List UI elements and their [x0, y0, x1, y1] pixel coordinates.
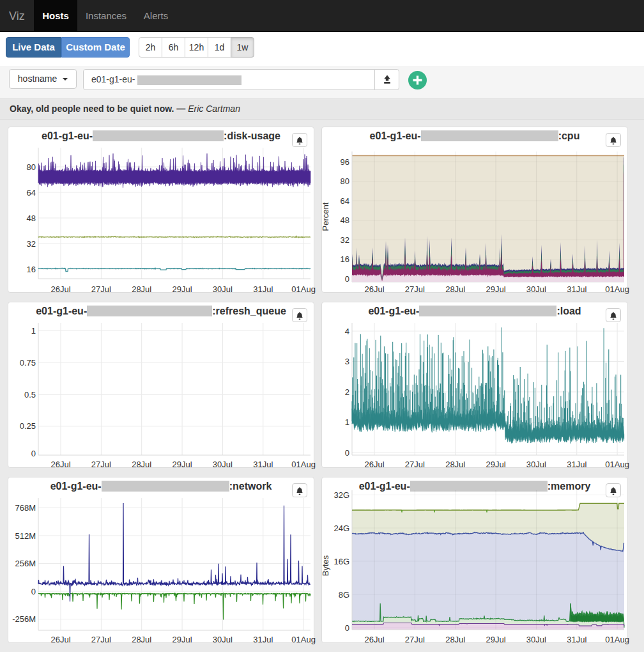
svg-text:30Jul: 30Jul — [526, 635, 546, 644]
svg-text:64: 64 — [27, 188, 36, 198]
svg-text:30Jul: 30Jul — [526, 460, 546, 469]
svg-text:0: 0 — [31, 587, 36, 596]
svg-text:01Aug: 01Aug — [605, 635, 629, 644]
svg-text:27Jul: 27Jul — [91, 460, 111, 469]
svg-text:0.75: 0.75 — [20, 358, 36, 368]
svg-text:29Jul: 29Jul — [172, 284, 192, 294]
svg-text:01Aug: 01Aug — [605, 460, 629, 469]
svg-text:30Jul: 30Jul — [213, 635, 233, 644]
svg-text:0: 0 — [345, 274, 349, 284]
svg-text:26Jul: 26Jul — [50, 635, 70, 644]
svg-text:16G: 16G — [334, 557, 349, 566]
svg-text:01Aug: 01Aug — [291, 284, 316, 294]
svg-text:28Jul: 28Jul — [132, 635, 151, 644]
svg-text:64: 64 — [341, 196, 349, 206]
svg-text:3: 3 — [345, 357, 349, 366]
svg-text:0.5: 0.5 — [24, 390, 36, 400]
svg-text:24G: 24G — [334, 524, 349, 533]
svg-text:26Jul: 26Jul — [364, 635, 384, 644]
svg-text:256M: 256M — [15, 559, 36, 568]
svg-text:0.25: 0.25 — [20, 421, 36, 431]
svg-text:26Jul: 26Jul — [364, 284, 384, 294]
svg-text:29Jul: 29Jul — [486, 284, 506, 294]
svg-text:28Jul: 28Jul — [445, 460, 465, 469]
svg-text:29Jul: 29Jul — [172, 460, 192, 469]
svg-text:27Jul: 27Jul — [405, 460, 425, 469]
svg-text:01Aug: 01Aug — [291, 460, 316, 469]
svg-text:29Jul: 29Jul — [172, 635, 192, 644]
svg-text:27Jul: 27Jul — [91, 284, 111, 294]
svg-text:27Jul: 27Jul — [91, 635, 111, 644]
svg-text:1: 1 — [345, 417, 349, 427]
svg-text:48: 48 — [341, 215, 349, 225]
svg-text:80: 80 — [341, 176, 349, 186]
svg-text:30Jul: 30Jul — [213, 460, 233, 469]
svg-text:31Jul: 31Jul — [567, 635, 586, 644]
svg-text:-256M: -256M — [12, 614, 36, 624]
svg-text:28Jul: 28Jul — [132, 284, 151, 294]
svg-text:31Jul: 31Jul — [253, 635, 273, 644]
svg-text:31Jul: 31Jul — [567, 460, 586, 469]
svg-text:28Jul: 28Jul — [445, 635, 465, 644]
svg-text:0: 0 — [345, 623, 349, 633]
svg-text:32: 32 — [27, 239, 36, 249]
svg-text:01Aug: 01Aug — [291, 635, 316, 644]
svg-text:0: 0 — [345, 448, 349, 458]
svg-text:16: 16 — [27, 265, 36, 274]
svg-text:512M: 512M — [15, 531, 36, 541]
svg-text:27Jul: 27Jul — [405, 284, 425, 294]
svg-text:Bytes: Bytes — [321, 555, 330, 576]
svg-text:30Jul: 30Jul — [213, 284, 233, 294]
svg-text:28Jul: 28Jul — [132, 460, 151, 469]
svg-text:2: 2 — [345, 387, 349, 397]
svg-text:26Jul: 26Jul — [50, 284, 70, 294]
svg-text:31Jul: 31Jul — [253, 284, 273, 294]
svg-text:29Jul: 29Jul — [486, 460, 506, 469]
svg-text:0: 0 — [31, 449, 36, 458]
svg-text:1: 1 — [31, 326, 36, 336]
svg-text:31Jul: 31Jul — [253, 460, 273, 469]
svg-text:32G: 32G — [334, 490, 349, 500]
svg-text:31Jul: 31Jul — [567, 284, 586, 294]
svg-text:8G: 8G — [339, 590, 349, 600]
svg-text:16: 16 — [341, 254, 349, 264]
svg-text:01Aug: 01Aug — [605, 284, 629, 294]
svg-text:29Jul: 29Jul — [486, 635, 506, 644]
svg-text:80: 80 — [27, 162, 36, 172]
svg-text:32: 32 — [341, 235, 349, 245]
svg-text:28Jul: 28Jul — [445, 284, 465, 294]
svg-text:26Jul: 26Jul — [364, 460, 384, 469]
svg-text:30Jul: 30Jul — [526, 284, 546, 294]
svg-text:27Jul: 27Jul — [405, 635, 425, 644]
svg-text:Percent: Percent — [321, 202, 330, 231]
svg-text:48: 48 — [27, 213, 36, 223]
svg-text:96: 96 — [341, 157, 349, 167]
svg-text:26Jul: 26Jul — [50, 460, 70, 469]
svg-text:4: 4 — [345, 327, 349, 336]
svg-text:768M: 768M — [15, 503, 36, 513]
